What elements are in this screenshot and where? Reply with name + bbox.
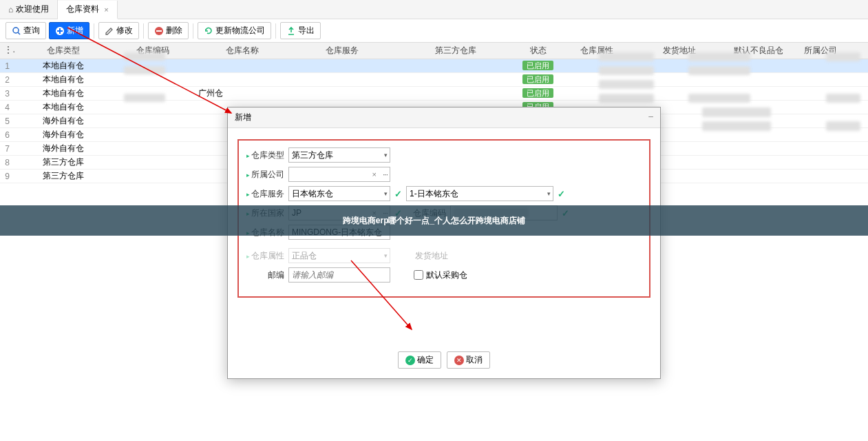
cell-svc xyxy=(290,64,394,68)
cell-comp xyxy=(793,78,848,82)
tab-label: 仓库资料 xyxy=(66,3,99,15)
cell-code xyxy=(112,174,194,178)
redacted xyxy=(702,121,771,131)
cell-svc xyxy=(290,92,394,96)
tab-welcome[interactable]: 欢迎使用 xyxy=(0,0,58,19)
separator xyxy=(94,23,94,39)
home-icon xyxy=(8,5,13,14)
input-type[interactable] xyxy=(288,147,390,163)
search-icon xyxy=(12,26,21,36)
cell-code xyxy=(112,161,194,165)
cell-comp xyxy=(793,133,848,137)
btn-label: 导出 xyxy=(298,25,315,37)
redacted xyxy=(702,107,771,117)
btn-label: 确定 xyxy=(417,354,434,366)
check-icon: ✓ xyxy=(394,189,402,199)
label-attr: 仓库属性 xyxy=(244,250,284,262)
check-circle-icon: ✓ xyxy=(405,356,415,365)
cell-name: 广州仓 xyxy=(194,85,290,101)
svg-point-0 xyxy=(13,28,19,33)
cell-third xyxy=(394,78,518,82)
redacted xyxy=(826,94,860,103)
export-icon xyxy=(286,26,296,36)
more-icon[interactable]: ··· xyxy=(383,170,388,179)
cell-code xyxy=(112,119,194,123)
cell-def xyxy=(724,78,793,82)
col-status[interactable]: 状态 xyxy=(518,43,559,59)
redacted xyxy=(599,94,654,103)
edit-button[interactable]: 修改 xyxy=(98,22,139,39)
redacted xyxy=(124,94,165,102)
redacted xyxy=(599,80,654,89)
modal-header[interactable]: 新增 – xyxy=(228,107,660,128)
cell-status: 已启用 xyxy=(518,86,559,101)
plus-icon xyxy=(55,26,65,36)
cell-code xyxy=(112,78,194,82)
cell-comp xyxy=(793,105,848,110)
col-third[interactable]: 第三方仓库 xyxy=(394,43,518,59)
cancel-button[interactable]: ✕取消 xyxy=(447,351,490,369)
edit-icon xyxy=(105,26,114,36)
toolbar: 查询 新增 修改 删除 更新物流公司 导出 xyxy=(0,19,868,43)
label-addr: 发货地址 xyxy=(408,250,448,262)
input-zip[interactable] xyxy=(288,267,390,283)
cell-code xyxy=(112,147,194,151)
btn-label: 更新物流公司 xyxy=(215,25,265,37)
row-index: 3 xyxy=(0,87,15,101)
btn-label: 取消 xyxy=(466,354,483,366)
label-service: 仓库服务 xyxy=(244,188,284,200)
check-icon: ✓ xyxy=(558,189,565,199)
btn-label: 查询 xyxy=(23,25,40,37)
cell-status: 已启用 xyxy=(518,72,559,87)
cell-status: 已启用 xyxy=(518,59,559,73)
cell-third xyxy=(394,92,518,96)
cell-comp xyxy=(793,174,848,178)
cell-code xyxy=(112,133,194,137)
tab-warehouse[interactable]: 仓库资料× xyxy=(58,1,117,19)
cell-def xyxy=(724,133,793,137)
col-service[interactable]: 仓库服务 xyxy=(290,43,394,59)
minus-icon xyxy=(154,26,164,36)
refresh-button[interactable]: 更新物流公司 xyxy=(198,22,271,39)
cell-name xyxy=(194,64,290,68)
svg-line-1 xyxy=(18,32,20,34)
search-button[interactable]: 查询 xyxy=(6,22,46,39)
separator xyxy=(193,23,193,39)
checkbox-input[interactable] xyxy=(414,270,423,280)
row-index: 7 xyxy=(0,142,15,156)
separator xyxy=(143,23,144,39)
modal-collapse-icon[interactable]: – xyxy=(648,112,653,123)
row-index: 4 xyxy=(0,101,15,114)
redacted xyxy=(688,52,750,61)
cell-svc xyxy=(290,78,394,82)
input-company[interactable] xyxy=(288,167,390,182)
col-type[interactable]: 仓库类型 xyxy=(15,43,112,59)
redacted xyxy=(826,52,860,61)
input-attr[interactable] xyxy=(288,248,390,263)
delete-button[interactable]: 删除 xyxy=(148,22,189,39)
redacted xyxy=(688,94,750,103)
overlay-banner: 跨境电商erp哪个好一点_个人怎么开跨境电商店铺 xyxy=(0,205,868,236)
input-service-sub[interactable] xyxy=(406,186,553,201)
col-name[interactable]: 仓库名称 xyxy=(194,43,290,59)
col-drag-icon: ⋮ xyxy=(0,43,15,59)
cell-def xyxy=(724,174,793,178)
cell-code xyxy=(112,105,194,110)
input-service[interactable] xyxy=(288,186,390,201)
redacted xyxy=(599,66,654,75)
add-button[interactable]: 新增 xyxy=(49,22,89,39)
cell-comp xyxy=(793,64,848,68)
ok-button[interactable]: ✓确定 xyxy=(398,351,441,369)
tab-bar: 欢迎使用 仓库资料× xyxy=(0,0,868,19)
cell-name xyxy=(194,78,290,82)
btn-label: 修改 xyxy=(116,25,133,37)
cell-def xyxy=(724,147,793,151)
close-icon[interactable]: × xyxy=(104,6,108,14)
redacted xyxy=(599,52,654,61)
export-button[interactable]: 导出 xyxy=(280,22,321,39)
row-index: 6 xyxy=(0,128,15,142)
checkbox-default-purchase[interactable]: 默认采购仓 xyxy=(414,269,467,281)
table-row[interactable]: 2 本地自有仓 已启用 xyxy=(0,73,868,87)
row-index: 9 xyxy=(0,170,15,183)
cell-type: 第三方仓库 xyxy=(15,168,112,184)
